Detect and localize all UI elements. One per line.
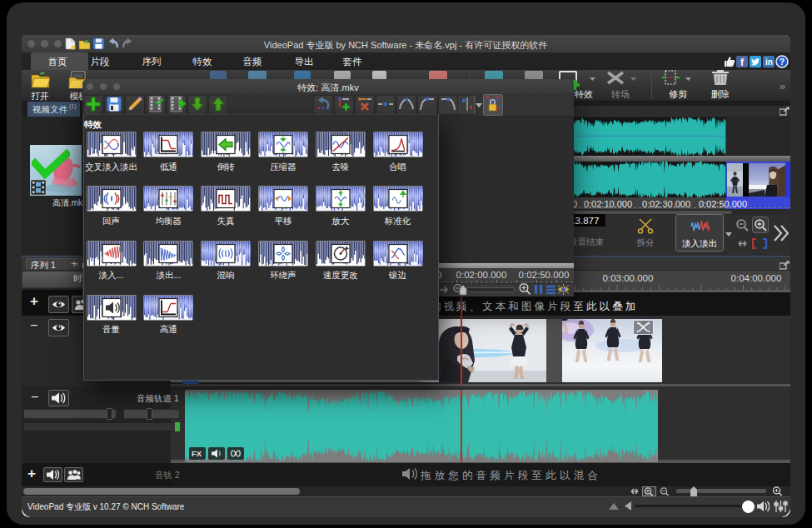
svg-text:?: ?: [780, 57, 785, 67]
